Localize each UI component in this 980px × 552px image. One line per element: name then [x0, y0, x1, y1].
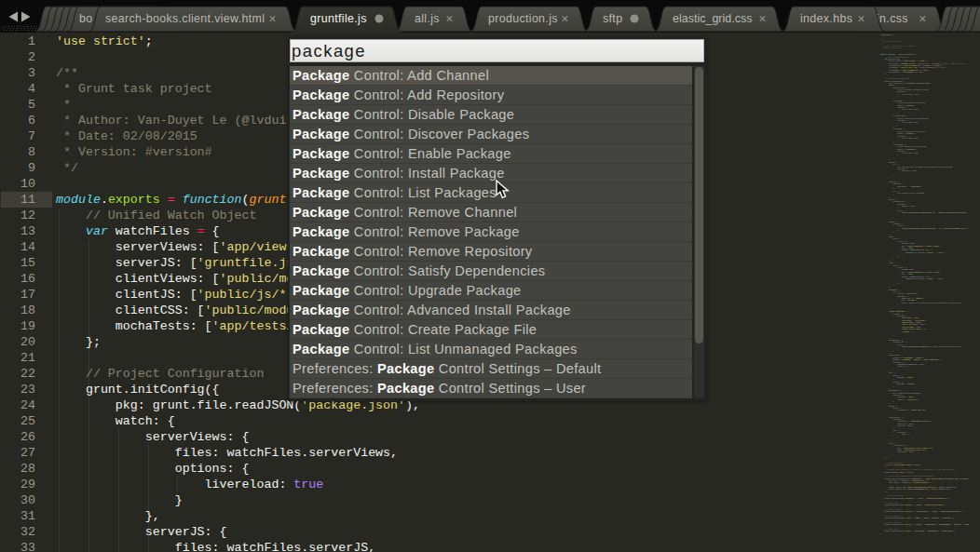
svg-text:elastic_grid.css: elastic_grid.css	[673, 12, 753, 25]
svg-text:production.js: production.js	[488, 12, 558, 25]
svg-text:✕: ✕	[758, 13, 767, 24]
svg-text:✕: ✕	[561, 13, 569, 24]
svg-text:in.css: in.css	[877, 12, 908, 25]
svg-text:gruntfile.js: gruntfile.js	[310, 12, 367, 25]
svg-text:search-books.client.view.html: search-books.client.view.html	[105, 12, 265, 25]
svg-text:✕: ✕	[268, 13, 277, 24]
svg-text:all.js: all.js	[415, 12, 440, 25]
svg-text:bo: bo	[79, 12, 92, 25]
svg-text:sftp: sftp	[603, 12, 622, 25]
svg-text:✕: ✕	[445, 13, 454, 24]
svg-text:✕: ✕	[919, 13, 927, 24]
svg-text:✕: ✕	[857, 13, 865, 24]
svg-text:index.hbs: index.hbs	[800, 12, 852, 25]
